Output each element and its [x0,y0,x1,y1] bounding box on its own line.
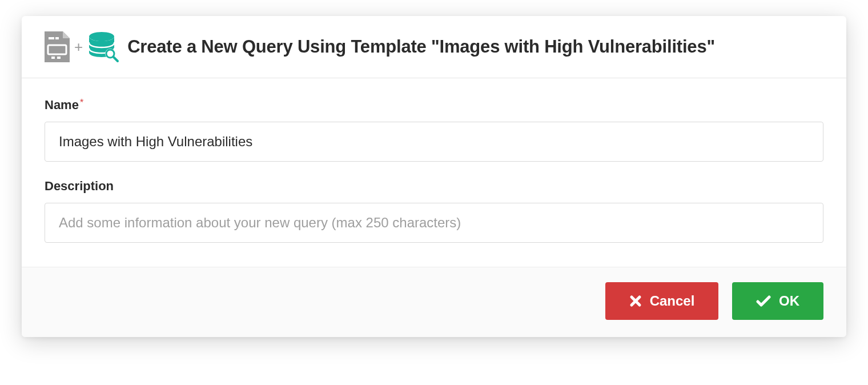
svg-rect-4 [57,57,61,59]
template-file-icon [45,31,70,62]
svg-rect-0 [49,37,54,39]
ok-button[interactable]: OK [732,282,823,320]
description-input[interactable] [45,203,823,243]
name-input[interactable] [45,122,823,162]
svg-point-5 [89,32,114,41]
plus-icon: + [74,39,83,54]
check-icon [756,295,771,307]
svg-rect-1 [55,37,59,39]
description-label: Description [45,179,114,194]
form-row-name: Name* [45,98,823,162]
cancel-button-label: Cancel [650,293,695,309]
dialog-footer: Cancel OK [22,267,846,337]
dialog-title: Create a New Query Using Template "Image… [127,37,715,57]
form-row-description: Description [45,179,823,243]
ok-button-label: OK [779,293,799,309]
header-icon-cluster: + [45,31,119,63]
cancel-button[interactable]: Cancel [605,282,718,320]
svg-rect-3 [51,57,55,59]
close-icon [629,295,642,307]
create-query-dialog: + Create a New Query Using Template "Ima… [22,16,846,337]
required-marker: * [80,98,83,107]
name-label: Name [45,98,79,113]
dialog-body: Name* Description [22,78,846,267]
database-search-icon [87,31,119,63]
dialog-header: + Create a New Query Using Template "Ima… [22,16,846,78]
svg-line-8 [114,57,118,61]
